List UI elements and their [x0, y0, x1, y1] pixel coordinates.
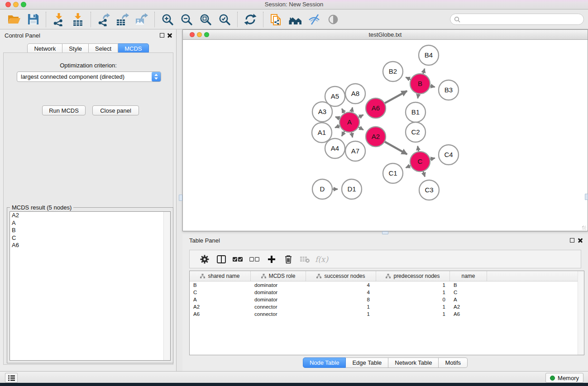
- run-mcds-button[interactable]: Run MCDS: [42, 105, 86, 115]
- column-header-name[interactable]: name: [450, 271, 487, 281]
- column-header-predecessor-nodes[interactable]: predecessor nodes: [376, 271, 450, 281]
- mcds-result-list[interactable]: A2ABCA6: [10, 211, 171, 361]
- table-cell[interactable]: 0: [376, 296, 450, 303]
- tab-network-table[interactable]: Network Table: [388, 357, 439, 368]
- table-cell[interactable]: B: [190, 281, 251, 289]
- table-row[interactable]: Adominator80A: [190, 296, 584, 303]
- criterion-select[interactable]: largest connected component (directed): [17, 71, 161, 82]
- table-cell[interactable]: 1: [306, 303, 376, 310]
- table-cell[interactable]: 1: [376, 303, 450, 310]
- search-box[interactable]: [450, 14, 584, 25]
- table-cell[interactable]: 1: [376, 281, 450, 289]
- graph-edge-A-A4[interactable]: [342, 131, 344, 136]
- graph-edge-C-C3[interactable]: [423, 172, 425, 177]
- task-history-button[interactable]: [5, 373, 18, 383]
- table-cell[interactable]: 1: [376, 289, 450, 296]
- table-row[interactable]: Cdominator41C: [190, 289, 584, 296]
- network-window-titlebar[interactable]: testGlobe.txt: [183, 30, 588, 40]
- result-item[interactable]: A: [10, 219, 170, 227]
- graph-edge-A2-C[interactable]: [385, 142, 407, 154]
- graph-edge-A-A3[interactable]: [335, 117, 340, 119]
- graph-edge-A-A6[interactable]: [359, 115, 363, 118]
- show-all-button[interactable]: [324, 11, 343, 28]
- right-splitter-grip[interactable]: [585, 194, 588, 200]
- new-network-button[interactable]: [267, 11, 286, 28]
- table-row[interactable]: Bdominator41B: [190, 281, 584, 289]
- network-minimize-traffic-light[interactable]: [197, 32, 202, 37]
- result-item[interactable]: B: [10, 227, 170, 234]
- zoom-traffic-light[interactable]: [21, 2, 26, 7]
- table-cell[interactable]: B: [450, 281, 487, 289]
- network-close-traffic-light[interactable]: [190, 32, 195, 37]
- deselect-all-button[interactable]: [246, 253, 263, 266]
- table-scrollbar[interactable]: [578, 271, 584, 355]
- graph-edge-B-B3[interactable]: [430, 86, 435, 87]
- graph-edge-C-C4[interactable]: [430, 158, 435, 159]
- table-cell[interactable]: A6: [450, 310, 487, 318]
- tab-motifs[interactable]: Motifs: [439, 357, 468, 368]
- graph-edge-A-A1[interactable]: [335, 126, 339, 128]
- table-cell[interactable]: A: [450, 296, 487, 303]
- close-table-panel-icon[interactable]: [578, 238, 583, 243]
- result-item[interactable]: A2: [10, 212, 170, 219]
- graph-edge-B-B1[interactable]: [418, 94, 419, 99]
- search-input[interactable]: [463, 16, 580, 23]
- tab-node-table[interactable]: Node Table: [303, 357, 346, 368]
- delete-table-button[interactable]: [296, 253, 313, 266]
- graph-edge-C-C1[interactable]: [406, 166, 410, 168]
- table-cell[interactable]: dominator: [251, 281, 306, 289]
- graph-edge-A-A2[interactable]: [359, 127, 363, 130]
- window-resize-grip[interactable]: [582, 226, 586, 230]
- close-panel-button[interactable]: Close panel: [92, 105, 139, 115]
- table-cell[interactable]: 4: [306, 289, 376, 296]
- import-table-button[interactable]: [68, 11, 87, 28]
- delete-row-button[interactable]: [280, 253, 296, 266]
- graph-edge-A-A7[interactable]: [352, 133, 353, 138]
- minimize-traffic-light[interactable]: [13, 2, 19, 7]
- export-network-button[interactable]: [94, 11, 113, 28]
- graph-edge-A6-B[interactable]: [385, 91, 407, 103]
- zoom-selected-button[interactable]: [215, 11, 234, 28]
- table-cell[interactable]: 4: [306, 281, 376, 289]
- close-traffic-light[interactable]: [5, 2, 11, 7]
- table-cell[interactable]: A: [190, 296, 251, 303]
- column-header-shared-name[interactable]: shared name: [190, 271, 251, 281]
- result-item[interactable]: A6: [10, 242, 170, 249]
- graph-edge-B-B4[interactable]: [423, 69, 425, 74]
- network-zoom-traffic-light[interactable]: [204, 32, 209, 37]
- table-settings-button[interactable]: [196, 253, 213, 266]
- close-panel-icon[interactable]: [167, 33, 172, 38]
- refresh-button[interactable]: [241, 11, 260, 28]
- table-cell[interactable]: 1: [376, 310, 450, 318]
- table-cell[interactable]: C: [190, 289, 251, 296]
- save-session-button[interactable]: [24, 11, 43, 28]
- open-session-button[interactable]: [5, 11, 24, 28]
- table-cell[interactable]: connector: [251, 303, 306, 310]
- tab-edge-table[interactable]: Edge Table: [346, 357, 388, 368]
- graph-edge-C-C2[interactable]: [418, 146, 419, 152]
- bottom-splitter-grip[interactable]: [382, 231, 388, 234]
- add-row-button[interactable]: [263, 253, 280, 266]
- result-item[interactable]: C: [10, 234, 170, 242]
- table-cell[interactable]: A6: [190, 310, 251, 318]
- function-builder-button[interactable]: f(x): [313, 253, 330, 266]
- graph-edge-A-A8[interactable]: [352, 107, 353, 112]
- network-canvas[interactable]: AA1A2A3A4A5A6A7A8BB1B2B3B4CC1C2C3C4DD1: [183, 39, 588, 231]
- zoom-in-button[interactable]: [158, 11, 177, 28]
- table-cell[interactable]: 8: [306, 296, 376, 303]
- table-cell[interactable]: C: [450, 289, 487, 296]
- hide-selected-button[interactable]: [305, 11, 324, 28]
- result-scrollbar[interactable]: [163, 212, 170, 360]
- column-header-mcds-role[interactable]: MCDS role: [251, 271, 306, 281]
- export-table-button[interactable]: [113, 11, 132, 28]
- table-cell[interactable]: 1: [306, 310, 376, 318]
- float-panel-icon[interactable]: [160, 33, 164, 38]
- memory-button[interactable]: Memory: [545, 373, 583, 383]
- left-splitter-grip[interactable]: [179, 195, 182, 201]
- table-cell[interactable]: A2: [190, 303, 251, 310]
- table-cell[interactable]: dominator: [251, 289, 306, 296]
- table-row[interactable]: A6connector11A6: [190, 310, 584, 318]
- zoom-out-button[interactable]: [177, 11, 196, 28]
- export-image-button[interactable]: [132, 11, 151, 28]
- show-columns-button[interactable]: [213, 253, 229, 266]
